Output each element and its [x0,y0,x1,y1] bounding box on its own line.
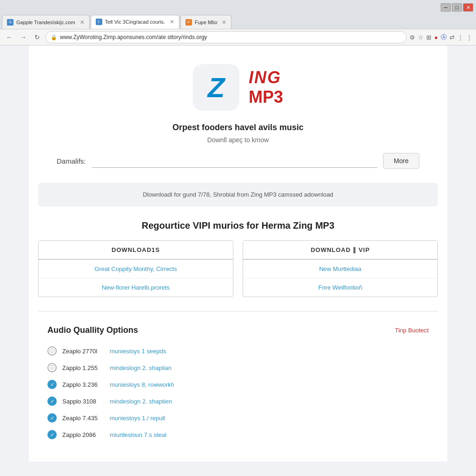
info-banner: Dlownloadl for gund 7/78, Shrobial from … [38,183,438,206]
subtitle: Downll apeç to kmow [38,136,438,144]
more-icon[interactable]: ⋮ [457,34,463,41]
audio-item-2-name: Zapplo 1.255 [62,364,104,371]
menu-icon[interactable]: ⋮ [466,34,472,41]
minimize-button[interactable]: ─ [441,3,451,12]
tab1-label: Gapple Trandesïskijc.com [16,20,75,25]
audio-link[interactable]: Tinp Buotect [395,327,429,334]
main-area: Z ING MP3 Orpest fooders havel avils mus… [29,46,447,462]
tab-3[interactable]: F Fupe Mlio ✕ [180,15,231,29]
settings-icon[interactable]: ⚙ [410,34,415,41]
blue-icon[interactable]: Ⓐ [441,33,447,41]
share-icon[interactable]: ⇄ [450,34,455,41]
refresh-button[interactable]: ↻ [32,32,43,43]
audio-item-2[interactable]: ⓘ Zapplo 1.255 mindeslogn 2. shaplian [47,359,429,376]
star-icon[interactable]: ☆ [418,34,423,41]
dl-table-2-item-1[interactable]: New Murttediaa [243,260,437,278]
tab3-label: Fupe Mlio [195,20,217,25]
tab-1[interactable]: G Gapple Trandesïskijc.com ✕ [2,15,90,29]
address-bar[interactable]: 🔒 www.ZyWoroting.Zimp.aponsunes.com/ate … [46,31,407,43]
audio-check-3[interactable]: ✓ [47,380,57,389]
address-actions: ⚙ ☆ ⊞ ● Ⓐ ⇄ ⋮ ⋮ [410,33,472,41]
audio-check-6[interactable]: ✓ [47,430,57,439]
audio-check-5[interactable]: ✓ [47,413,57,423]
audio-item-3-name: Zapplo 3.236 [62,381,104,388]
search-row: Damalifs: More [38,153,438,169]
search-input[interactable] [92,154,378,168]
audio-item-3[interactable]: ✓ Zapplo 3.236 muniesloys 8, rowworkh [47,376,429,393]
tab-2[interactable]: T Telt Vic 3Cing/acad couris. ✕ [91,15,179,29]
audio-item-5-name: Zeaplo 7.435 [62,415,104,422]
logo-mp3-letters: MP [249,87,274,106]
logo-z-letter: Z [208,72,225,104]
tables-row: DOWNLOAD1S Great Coppity Monthy, Cirrect… [38,240,438,297]
audio-item-1-desc: muniesloys 1 seepds [110,348,166,355]
dl-table-1-item-1[interactable]: Great Coppity Monthy, Cirrects [39,260,233,278]
red-icon[interactable]: ● [434,34,438,41]
forward-button[interactable]: → [18,32,29,43]
audio-item-4[interactable]: ✓ Sapplo 3108 mindeslogn 2. shaptien [47,393,429,410]
logo-icon: Z [193,64,239,111]
audio-item-1-name: Zeaplo 2770l [62,348,104,355]
logo-mp3-number: 3 [274,87,283,106]
audio-check-2[interactable]: ⓘ [47,363,57,372]
tab2-favicon: T [96,19,102,25]
section-heading: Regourtice VIPI murios for Herma Zing MP… [38,220,438,231]
logo-ing-text: ING [249,68,283,87]
tab1-close[interactable]: ✕ [80,19,85,26]
audio-section: Audio Quallity Options Tinp Buotect ⓘ Ze… [38,325,438,443]
info-icon-2: ⓘ [50,364,54,371]
back-button[interactable]: ← [4,32,15,43]
dl-table-1-item-2[interactable]: New-florer Harelb.prorets [39,278,233,297]
info-icon-1: ⓘ [50,348,54,354]
address-bar-row: ← → ↻ 🔒 www.ZyWoroting.Zimp.aponsunes.co… [0,29,476,46]
audio-item-4-name: Sapplo 3108 [62,398,104,405]
browser-window: ─ □ ✕ G Gapple Trandesïskijc.com ✕ T Tel… [0,0,476,476]
more-button[interactable]: More [383,153,419,169]
tagline: Orpest fooders havel avils music [38,123,438,132]
dl-table-1-header: DOWNLOAD1S [39,241,233,260]
title-bar: ─ □ ✕ [0,0,476,13]
lock-icon: 🔒 [51,34,57,40]
close-window-button[interactable]: ✕ [463,3,473,12]
audio-item-4-desc: mindeslogn 2. shaptien [110,398,172,405]
tab2-label: Telt Vic 3Cing/acad couris. [105,19,165,25]
tab3-close[interactable]: ✕ [222,19,226,26]
logo-text-area: ING MP3 [249,68,283,107]
window-controls: ─ □ ✕ [441,3,473,12]
audio-item-5[interactable]: ✓ Zeaplo 7.435 muniestoys 1./ repull [47,410,429,426]
download-table-2: DOWNLOAD ‖ VIP New Murttediaa Fnre Weilf… [243,240,438,297]
dl-table-2-header: DOWNLOAD ‖ VIP [243,241,437,260]
audio-title: Audio Quallity Options [47,325,138,335]
download-table-1: DOWNLOAD1S Great Coppity Monthy, Cirrect… [38,240,233,297]
audio-header-row: Audio Quallity Options Tinp Buotect [47,325,429,335]
audio-item-2-desc: mindeslogn 2. shaplian [110,364,172,371]
tab3-favicon: F [185,19,192,26]
address-text: www.ZyWoroting.Zimp.aponsunes.com/ate st… [60,34,402,40]
audio-check-4[interactable]: ✓ [47,397,57,406]
maximize-button[interactable]: □ [452,3,462,12]
tab1-favicon: G [7,19,13,26]
audio-item-3-desc: muniesloys 8, rowworkh [110,381,174,388]
audio-check-1[interactable]: ⓘ [47,346,57,356]
section-divider [38,311,438,311]
tabs-row: G Gapple Trandesïskijc.com ✕ T Telt Vic … [0,13,476,29]
extension-icon[interactable]: ⊞ [426,34,431,41]
audio-item-6-desc: miurtlesloun 7.s steal [110,431,166,438]
audio-item-6[interactable]: ✓ Zapplo 2086 miurtlesloun 7.s steal [47,426,429,443]
audio-item-5-desc: muniestoys 1./ repull [110,415,165,422]
search-label: Damalifs: [57,157,86,165]
dl-table-2-item-2[interactable]: Fnre Weilfontioñ [243,278,437,297]
tab2-close[interactable]: ✕ [170,19,174,25]
audio-item-6-name: Zapplo 2086 [62,431,104,438]
audio-item-1[interactable]: ⓘ Zeaplo 2770l muniesloys 1 seepds [47,343,429,359]
page-content: Z ING MP3 Orpest fooders havel avils mus… [0,46,476,476]
logo-section: Z ING MP3 [38,55,438,115]
logo-mp3-text: MP3 [249,87,283,107]
